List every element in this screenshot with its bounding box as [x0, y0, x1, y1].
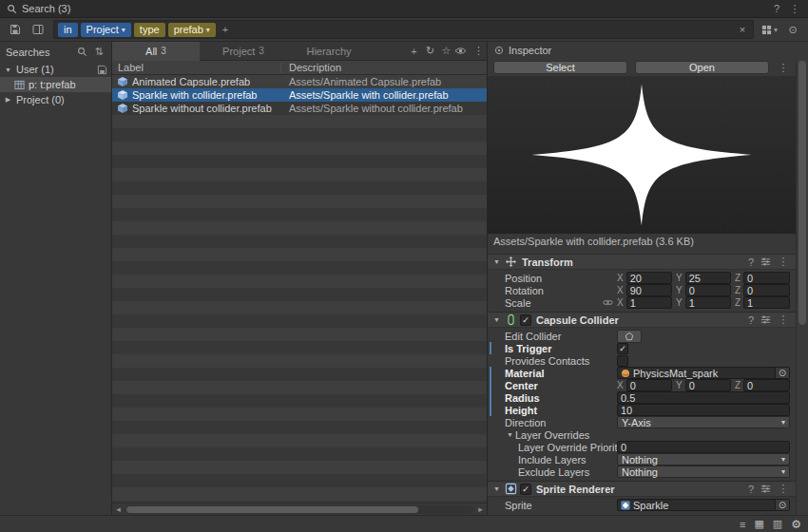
column-label[interactable]: Label — [112, 62, 280, 73]
component-menu-icon[interactable]: ⋮ — [777, 483, 790, 495]
scroll-left-icon[interactable]: ◂ — [112, 504, 125, 514]
hscrollbar-thumb[interactable] — [126, 506, 418, 513]
result-row[interactable]: Sparkle without collider.prefab Assets/S… — [112, 102, 487, 115]
height-field[interactable] — [617, 404, 790, 416]
sidebar-group-user[interactable]: ▼ User (1) — [0, 62, 111, 77]
rotation-z-field[interactable] — [743, 284, 790, 296]
direction-dropdown[interactable]: Y-Axis ▾ — [617, 416, 790, 428]
tab-all[interactable]: All 3 — [112, 42, 200, 61]
sprite-renderer-header[interactable]: ▼ ✓ Sprite Renderer ? ⋮ — [488, 481, 796, 497]
transform-header[interactable]: ▼ Transform ? ⋮ — [488, 254, 796, 270]
tab-hierarchy[interactable]: Hierarchy — [287, 42, 375, 61]
component-enabled-checkbox[interactable]: ✓ — [520, 314, 531, 326]
hscrollbar-track[interactable] — [125, 505, 473, 514]
table-icon — [14, 80, 25, 90]
scale-z-field[interactable] — [743, 296, 790, 309]
filter-chip-in[interactable]: in — [58, 23, 78, 37]
layer-override-priority-row: Layer Override Priority — [505, 441, 790, 453]
add-filter-button[interactable]: + — [219, 24, 232, 35]
position-x-field[interactable] — [626, 272, 672, 284]
scale-x-field[interactable] — [626, 296, 672, 309]
list-view-icon[interactable]: ≡ — [740, 519, 745, 530]
layer-override-priority-field[interactable] — [617, 441, 790, 453]
grid-view-icon[interactable]: ▦ — [754, 518, 763, 530]
exclude-layers-dropdown[interactable]: Nothing ▾ — [617, 466, 790, 478]
component-menu-icon[interactable]: ⋮ — [777, 314, 790, 326]
override-bar — [490, 391, 491, 404]
result-row[interactable]: Animated Capsule.prefab Assets/Animated … — [112, 75, 487, 88]
preview-toggle-button[interactable] — [454, 47, 471, 55]
help-icon[interactable]: ? — [744, 484, 758, 495]
search-input[interactable]: in Project ▾ type prefab ▾ + × — [53, 20, 754, 39]
column-description[interactable]: Description — [280, 63, 487, 73]
foldout-closed-icon[interactable]: ▶ — [3, 96, 13, 104]
result-row-selected[interactable]: Sparkle with collider.prefab Assets/Spar… — [112, 88, 487, 102]
results-menu-icon[interactable]: ⋮ — [471, 45, 487, 57]
filter-chip-prefab[interactable]: prefab ▾ — [168, 23, 216, 37]
save-search-button[interactable] — [6, 21, 25, 38]
object-picker-icon[interactable]: ⊙ — [775, 368, 789, 378]
tab-project[interactable]: Project 3 — [200, 42, 287, 61]
view-options-button[interactable]: ▾ — [760, 25, 779, 35]
help-icon[interactable]: ? — [744, 256, 758, 268]
rotation-y-field[interactable] — [685, 284, 731, 296]
material-object-field[interactable]: PhysicsMat_spark ⊙ — [617, 367, 790, 379]
grid-view-alt-icon[interactable]: ▥ — [773, 518, 782, 530]
center-z-field[interactable] — [743, 379, 790, 391]
position-row: Position X Y Z — [505, 272, 790, 284]
include-layers-dropdown[interactable]: Nothing ▾ — [617, 453, 790, 466]
radius-field[interactable] — [617, 391, 790, 404]
layer-overrides-foldout[interactable]: ▼ Layer Overrides — [505, 428, 790, 441]
window-menu-icon[interactable]: ⋮ — [788, 3, 801, 15]
foldout-open-icon[interactable]: ▼ — [491, 258, 502, 265]
chevron-down-icon: ▾ — [781, 467, 785, 476]
sidebar-header: Searches ⇅ — [0, 42, 111, 62]
scale-y-field[interactable] — [685, 296, 731, 309]
inspector-scrollbar-thumb[interactable] — [798, 61, 806, 325]
open-button[interactable]: Open — [635, 61, 769, 74]
rotation-x-field[interactable] — [626, 284, 672, 296]
link-icon[interactable] — [603, 297, 613, 308]
presets-icon[interactable] — [760, 314, 774, 325]
component-menu-icon[interactable]: ⋮ — [777, 256, 790, 268]
center-y-field[interactable] — [685, 379, 731, 391]
foldout-open-icon[interactable]: ▼ — [3, 66, 13, 73]
sort-icon[interactable]: ⇅ — [92, 46, 106, 58]
capsule-collider-header[interactable]: ▼ ✓ Capsule Collider ? ⋮ — [488, 312, 796, 328]
height-row: Height — [505, 404, 790, 416]
presets-icon[interactable] — [760, 484, 774, 494]
favorite-button[interactable]: ☆ — [438, 45, 454, 57]
help-icon[interactable]: ? — [744, 314, 758, 326]
component-enabled-checkbox[interactable]: ✓ — [520, 484, 531, 495]
object-picker-icon[interactable]: ⊙ — [775, 500, 789, 510]
edit-collider-button[interactable] — [617, 330, 642, 343]
foldout-open-icon[interactable]: ▼ — [491, 316, 502, 323]
gear-icon[interactable]: ⚙ — [791, 518, 801, 531]
panel-toggle-button[interactable] — [29, 21, 48, 38]
add-tab-button[interactable]: + — [406, 46, 422, 57]
inspector-menu-icon[interactable]: ⋮ — [777, 62, 790, 74]
presets-icon[interactable] — [760, 256, 774, 267]
foldout-open-icon[interactable]: ▼ — [491, 485, 502, 492]
foldout-open-icon[interactable]: ▼ — [505, 431, 515, 438]
inspector-toggle-button[interactable]: ⊙ — [783, 21, 802, 38]
provides-contacts-checkbox[interactable] — [617, 355, 628, 367]
inspector-scrollbar[interactable] — [796, 59, 808, 515]
sprite-object-field[interactable]: Sparkle ⊙ — [617, 499, 790, 511]
center-x-field[interactable] — [626, 379, 672, 391]
clear-search-button[interactable]: × — [736, 24, 749, 35]
is-trigger-checkbox[interactable]: ✓ — [617, 343, 628, 354]
help-icon[interactable]: ? — [770, 3, 783, 14]
sidebar-group-project[interactable]: ▶ Project (0) — [0, 92, 111, 107]
scroll-right-icon[interactable]: ▸ — [474, 504, 487, 514]
select-button[interactable]: Select — [493, 61, 627, 74]
sidebar: Searches ⇅ ▼ User (1) p: t:prefab — [0, 42, 112, 515]
refresh-button[interactable]: ↻ — [422, 45, 438, 57]
filter-chip-project[interactable]: Project ▾ — [81, 23, 131, 37]
sidebar-item-saved-search[interactable]: p: t:prefab — [0, 77, 111, 92]
position-y-field[interactable] — [685, 272, 731, 284]
save-icon[interactable] — [97, 65, 107, 75]
filter-chip-type[interactable]: type — [134, 23, 165, 37]
search-searches-icon[interactable] — [77, 47, 87, 57]
position-z-field[interactable] — [743, 272, 790, 284]
